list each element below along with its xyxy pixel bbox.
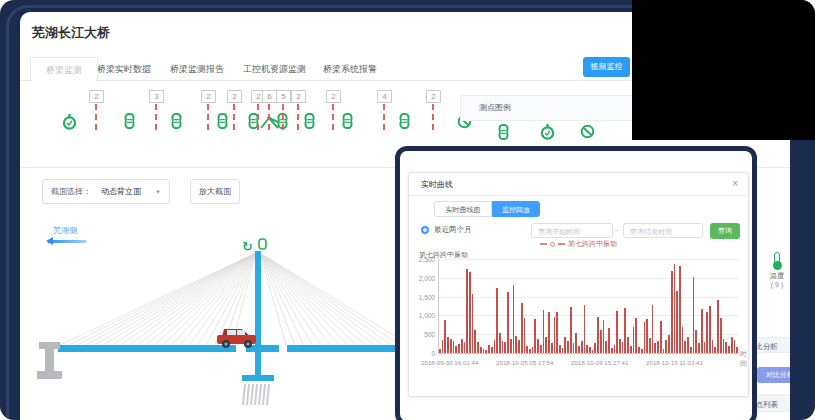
- sensor-count-badge: 2: [426, 90, 441, 103]
- temperature-label: 温度: [764, 271, 790, 281]
- chart-bar: [537, 339, 539, 353]
- dialog-header: 实时曲线 ×: [409, 173, 748, 196]
- chart-bar: [442, 340, 444, 353]
- chart-bar: [646, 319, 648, 353]
- section-select-label: 截面选择：: [51, 186, 91, 197]
- chart-bar: [652, 305, 654, 354]
- chart-bar: [450, 339, 452, 353]
- chart-bar: [545, 337, 547, 353]
- chart-bar: [597, 317, 599, 353]
- chart-bar: [513, 285, 515, 353]
- chart-bar: [725, 342, 727, 353]
- chart-bar: [488, 345, 490, 353]
- tower-cap: [242, 375, 274, 381]
- chart-bar: [734, 340, 736, 353]
- query-button[interactable]: 查询: [710, 223, 740, 239]
- chart-bar: [712, 340, 714, 353]
- chart-bar: [641, 349, 643, 353]
- query-end-time-input[interactable]: 查询结束时间: [623, 223, 703, 238]
- chart-bar: [510, 339, 512, 353]
- chart-bar: [627, 337, 629, 353]
- chart-bar: [507, 292, 509, 353]
- section-select[interactable]: 截面选择： 动态背立面 ▼: [42, 179, 170, 204]
- chart-bar: [526, 346, 528, 353]
- chart-bar: [635, 318, 637, 353]
- chart-bar: [698, 343, 700, 353]
- x-axis-name: 时间: [740, 349, 748, 369]
- tab-monitor-playback[interactable]: 监控回放: [492, 201, 540, 217]
- chart-bar: [472, 294, 474, 353]
- sensor-count-badge: 2: [201, 90, 216, 103]
- chart-bar: [453, 341, 455, 353]
- chart-bar: [665, 340, 667, 353]
- chart-bar: [477, 342, 479, 353]
- chart-bar: [515, 336, 517, 353]
- sensor-link-icon[interactable]: [497, 124, 510, 144]
- chart-bar: [534, 319, 536, 353]
- chart-bar: [564, 337, 566, 353]
- compare-analysis-button[interactable]: 对比分析: [757, 367, 790, 383]
- chart-bar: [668, 335, 670, 353]
- tab-bridge-monitor[interactable]: 桥梁监测: [30, 57, 98, 83]
- chart-bar: [447, 337, 449, 353]
- chart-bar: [575, 333, 577, 353]
- chart-bar: [731, 337, 733, 353]
- sensor-gauge-icon[interactable]: [540, 124, 555, 144]
- temperature-count: ( 9 ): [764, 281, 790, 288]
- bridge-tower: [255, 251, 261, 375]
- chart-bar: [624, 308, 626, 353]
- chart-bar: [578, 346, 580, 353]
- sensor-count-badge: 5: [276, 90, 291, 103]
- screen: 芜湖长江大桥 桥梁监测 桥梁实时数据 桥梁监测报告 工控机资源监测 桥梁系统报警…: [0, 0, 815, 420]
- sensor-count-badge: 3: [149, 90, 164, 103]
- chart-bar: [644, 322, 646, 353]
- chart-bar: [723, 339, 725, 353]
- chart-bar: [570, 307, 572, 353]
- legend-marker-icon: [550, 242, 555, 247]
- chart-bar: [567, 341, 569, 353]
- chart-bar: [491, 347, 493, 353]
- query-start-time-input[interactable]: 查询开始时间: [531, 223, 613, 238]
- chart-bar: [663, 349, 665, 354]
- chart-bar: [657, 341, 659, 353]
- date-range-separator: -: [615, 225, 618, 234]
- chart-bar: [706, 312, 708, 353]
- radio-last-two-months[interactable]: [421, 226, 429, 234]
- chart-bar: [589, 347, 591, 353]
- chart-bar: [518, 340, 520, 353]
- chart-bar: [584, 305, 586, 353]
- chart-bar: [562, 348, 564, 353]
- tab-realtime-curve[interactable]: 实时曲线图: [434, 201, 492, 217]
- close-icon[interactable]: ×: [732, 178, 738, 189]
- chart-bar: [701, 309, 703, 353]
- chart-bar: [684, 341, 686, 353]
- legend-series-label: 第七跨跨中振动: [568, 239, 617, 249]
- chart-bar: [548, 312, 550, 353]
- chart-bar: [556, 312, 558, 353]
- chart-bar: [483, 349, 485, 354]
- chart-bar: [704, 342, 706, 353]
- legend-item-temperature[interactable]: 温度 ( 9 ): [764, 252, 790, 288]
- chart-bar: [736, 347, 738, 353]
- chart-bar: [586, 345, 588, 353]
- chart-bar: [554, 317, 556, 353]
- chart-bar: [455, 346, 457, 353]
- chart-bar: [728, 346, 730, 353]
- chart-bar: [464, 342, 466, 353]
- chart-bar: [480, 347, 482, 353]
- chart-bar: [592, 350, 594, 353]
- sensor-count-badge: 2: [227, 90, 242, 103]
- chart-bar: [444, 320, 446, 353]
- enlarge-section-button[interactable]: 放大截面: [190, 179, 240, 204]
- chart-bar: [630, 346, 632, 353]
- chart-bar: [581, 341, 583, 353]
- chart-bar: [600, 330, 602, 353]
- chart-legend[interactable]: 第七跨跨中振动: [409, 239, 748, 249]
- chart-bar: [504, 342, 506, 353]
- realtime-curve-modal: 实时曲线 × 实时曲线图 监控回放 最近两个月 查询开始时间 - 查询结束时间 …: [395, 146, 757, 420]
- vibration-chart[interactable]: [438, 259, 739, 354]
- chart-bar: [543, 310, 545, 353]
- sensor-ban-icon[interactable]: [580, 124, 595, 143]
- chart-bar: [502, 341, 504, 353]
- chart-bar: [603, 320, 605, 353]
